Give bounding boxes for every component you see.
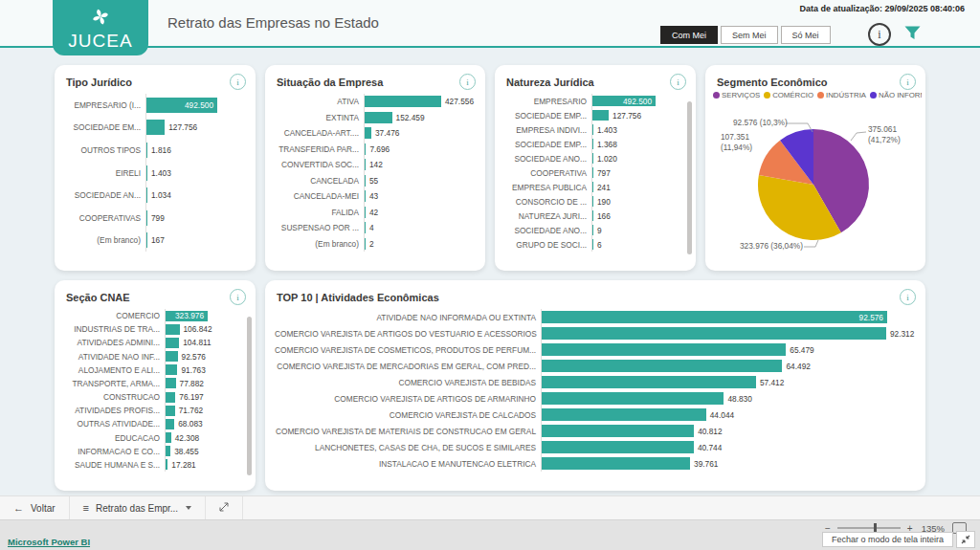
bar-row[interactable]: (Em branco)2 (275, 236, 476, 253)
bar[interactable] (365, 190, 366, 202)
bar-row[interactable]: CONVERTIDA SOC...142 (275, 157, 476, 173)
bar-row[interactable]: INFORMACAO E CO...38.455 (64, 445, 246, 458)
legend-item[interactable]: SERVIÇOS (713, 91, 760, 99)
bar-row[interactable]: (Em branco)167 (64, 229, 246, 252)
bar[interactable] (365, 222, 366, 233)
bar[interactable] (166, 338, 179, 348)
legend-item[interactable]: COMÉRCIO (764, 91, 813, 99)
info-icon[interactable]: i (670, 74, 686, 90)
bar-row[interactable]: INSTALACAO E MANUTENCAO ELETRICA39.761 (275, 455, 916, 472)
bar-row[interactable]: COMERCIO VAREJISTA DE MATERIAIS DE CONST… (275, 423, 916, 439)
bar[interactable] (542, 343, 786, 356)
bar-row[interactable]: SOCIEDADE AN...1.034 (64, 184, 246, 207)
page-selector[interactable]: ≡ Retrato das Empr... (70, 496, 207, 519)
bar[interactable] (166, 459, 167, 470)
bar-row[interactable]: OUTROS TIPOS1.816 (64, 139, 246, 162)
bar-row[interactable]: CANCELADA-ART....37.476 (275, 125, 476, 142)
info-icon[interactable]: i (230, 74, 246, 90)
bar[interactable]: 492.500 (146, 98, 217, 113)
bar-row[interactable]: SOCIEDADE EMP...127.756 (504, 108, 686, 122)
bar-row[interactable]: OUTRAS ATIVIDADE...68.083 (64, 417, 246, 430)
bar[interactable] (592, 124, 593, 135)
bar[interactable] (365, 207, 366, 218)
back-button[interactable]: ← Voltar (0, 496, 70, 519)
bar[interactable]: 492.500 (592, 96, 656, 106)
bar-row[interactable]: TRANSFERIDA PAR...7.696 (275, 142, 476, 158)
bar[interactable] (542, 408, 706, 421)
bar[interactable] (146, 165, 147, 181)
bar[interactable] (365, 143, 366, 155)
bar-row[interactable]: CANCELADA55 (275, 173, 476, 189)
bar-row[interactable]: EMPRESARIO (I...492.500 (64, 94, 246, 117)
bar-row[interactable]: NATUREZA JURI...166 (504, 209, 686, 223)
bar-row[interactable]: ATIVIDADES PROFIS...71.762 (64, 404, 246, 417)
bar-row[interactable]: SOCIEDADE EMP...1.368 (504, 137, 686, 151)
bar-row[interactable]: COOPERATIVAS799 (64, 207, 246, 230)
bar-row[interactable]: CONSTRUCAO76.197 (64, 390, 246, 404)
bar-row[interactable]: SOCIEDADE EM...127.756 (64, 117, 246, 140)
bar[interactable] (592, 210, 593, 221)
scrollbar[interactable] (247, 317, 252, 475)
bar-row[interactable]: LANCHONETES, CASAS DE CHA, DE SUCOS E SI… (275, 439, 916, 455)
bar-row[interactable]: FALIDA42 (275, 205, 476, 221)
scrollbar[interactable] (687, 101, 692, 254)
bar-row[interactable]: EIRELI1.403 (64, 162, 246, 185)
bar[interactable] (146, 120, 165, 135)
legend-item[interactable]: NÃO INFORM... (870, 91, 922, 99)
bar[interactable] (166, 351, 178, 362)
bar-row[interactable]: EMPRESARIO492.500 (504, 94, 686, 108)
bar[interactable] (146, 143, 147, 158)
bar[interactable] (365, 175, 366, 187)
bar-row[interactable]: SOCIEDADE ANO...1.020 (504, 151, 686, 165)
bar[interactable]: 323.976 (166, 311, 208, 321)
bar[interactable] (166, 378, 176, 388)
bar[interactable] (166, 364, 177, 375)
bar-row[interactable]: COMERCIO VAREJISTA DE BEBIDAS57.412 (275, 374, 916, 390)
bar[interactable] (365, 112, 392, 123)
bar-row[interactable]: COMERCIO VAREJISTA DE CALCADOS44.044 (275, 407, 916, 423)
bar[interactable] (166, 432, 171, 443)
info-icon[interactable]: i (230, 289, 246, 305)
zoom-slider[interactable] (837, 527, 901, 529)
bar[interactable] (146, 232, 147, 248)
bar-row[interactable]: INDUSTRIAS DE TRA...106.842 (64, 322, 246, 336)
bar[interactable] (166, 446, 170, 456)
bar-row[interactable]: ATIVA427.556 (275, 94, 476, 110)
info-icon[interactable]: i (900, 74, 916, 90)
bar[interactable] (365, 127, 371, 139)
bar-row[interactable]: ATIVIDADE NAO INF...92.576 (64, 350, 246, 363)
bar-row[interactable]: COOPERATIVA797 (504, 165, 686, 180)
bar[interactable] (542, 392, 724, 405)
bar[interactable] (166, 392, 175, 403)
bar-row[interactable]: ATIVIDADE NAO INFORMADA OU EXTINTA92.576 (275, 309, 916, 325)
bar[interactable] (166, 406, 175, 416)
bar-row[interactable]: ALOJAMENTO E ALI...91.763 (64, 363, 246, 377)
bar[interactable] (592, 153, 593, 164)
exit-fullscreen-icon[interactable] (956, 531, 975, 548)
bar[interactable] (592, 182, 593, 192)
bar-row[interactable]: CANCELADA-MEI43 (275, 188, 476, 205)
bar-row[interactable]: EMPRESA PUBLICA241 (504, 180, 686, 194)
bar[interactable] (592, 139, 593, 149)
bar[interactable] (365, 238, 366, 250)
header-info-icon[interactable]: i (868, 23, 891, 46)
legend-item[interactable]: INDÚSTRIA (817, 91, 866, 99)
close-fullscreen-button[interactable]: Fechar o modo de tela inteira (822, 532, 953, 547)
bar[interactable] (166, 419, 174, 429)
info-icon[interactable]: i (459, 74, 476, 90)
bar-row[interactable]: COMERCIO VAREJISTA DE ARTIGOS DE ARMARIN… (275, 390, 916, 407)
bar-row[interactable]: COMERCIO323.976 (64, 309, 246, 322)
bar[interactable]: 92.576 (542, 311, 887, 323)
bar[interactable] (166, 324, 180, 335)
bar-row[interactable]: ATIVIDADES ADMINI...104.811 (64, 336, 246, 349)
bar-row[interactable]: COMERCIO VAREJISTA DE COSMETICOS, PRODUT… (275, 341, 916, 358)
bar[interactable] (542, 441, 694, 453)
bar-row[interactable]: EXTINTA152.459 (275, 110, 476, 126)
mei-button-com-mei[interactable]: Com Mei (660, 26, 718, 44)
bar[interactable] (592, 196, 593, 207)
resize-button[interactable] (206, 496, 243, 519)
bar[interactable] (592, 167, 593, 178)
powerbi-link[interactable]: Microsoft Power BI (8, 537, 90, 547)
bar[interactable] (146, 187, 147, 203)
bar[interactable] (542, 376, 756, 388)
